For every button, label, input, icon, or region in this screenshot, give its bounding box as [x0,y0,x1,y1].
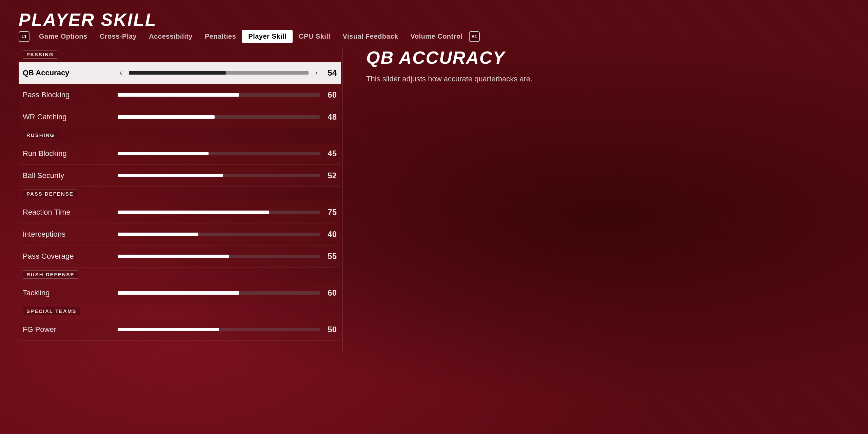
slider-row-qb-accuracy[interactable]: QB Accuracy‹›54 [19,62,341,84]
section-header-special-teams: SPECIAL TEAMS [19,304,341,318]
section-label: PASSING [23,50,57,59]
section-label: PASS DEFENSE [23,190,77,198]
slider-fill [118,211,269,214]
slider-fill [118,174,223,177]
slider-value: 50 [320,325,337,334]
nav-item-visual-feedback[interactable]: Visual Feedback [337,30,405,43]
slider-value: 45 [320,149,337,158]
slider-value: 55 [320,252,337,261]
detail-title: QB ACCURACY [366,47,604,68]
slider-row-run-blocking[interactable]: Run Blocking45 [19,143,341,165]
nav-item-accessibility[interactable]: Accessibility [143,30,199,43]
page-title: PLAYER SKILL [19,9,157,30]
slider-row-reaction-time[interactable]: Reaction Time75 [19,201,341,223]
slider-track [118,211,320,214]
slider-name: FG Power [23,325,118,334]
slider-right-arrow[interactable]: › [313,68,320,77]
slider-track [118,328,320,331]
nav-item-penalties[interactable]: Penalties [199,30,242,43]
slider-fill [118,233,198,236]
slider-name: Pass Coverage [23,252,118,261]
slider-fill [118,328,219,331]
slider-name: Tackling [23,289,118,297]
slider-row-fg-power[interactable]: FG Power50 [19,319,341,341]
slider-name: Pass Blocking [23,91,118,99]
slider-fill [118,93,239,97]
nav-item-cross-play[interactable]: Cross-Play [94,30,143,43]
slider-track [118,291,320,295]
slider-track [118,152,320,155]
slider-row-tackling[interactable]: Tackling60 [19,282,341,304]
nav-bar: L1 Game OptionsCross-PlayAccessibilityPe… [19,30,483,43]
slider-fill [118,115,215,119]
slider-track [118,255,320,258]
panel-divider [342,47,343,353]
slider-value: 52 [320,171,337,180]
sliders-panel: PASSINGQB Accuracy‹›54Pass Blocking60WR … [19,47,341,341]
section-header-passing: PASSING [19,47,341,61]
slider-row-wr-catching[interactable]: WR Catching48 [19,106,341,128]
section-header-rushing: RUSHING [19,128,341,142]
slider-value: 60 [320,288,337,298]
slider-name: QB Accuracy [23,68,118,77]
slider-track [118,233,320,236]
slider-fill [129,71,226,75]
slider-name: WR Catching [23,113,118,121]
slider-left-arrow[interactable]: ‹ [118,68,124,77]
section-header-pass-defense: PASS DEFENSE [19,187,341,201]
nav-item-cpu-skill[interactable]: CPU Skill [293,30,336,43]
section-header-rush-defense: RUSH DEFENSE [19,268,341,281]
slider-fill [118,291,239,295]
slider-value: 75 [320,208,337,217]
slider-value: 40 [320,230,337,239]
section-label: SPECIAL TEAMS [23,307,80,315]
slider-row-pass-blocking[interactable]: Pass Blocking60 [19,84,341,106]
slider-track [118,174,320,177]
slider-fill [118,255,229,258]
slider-name: Run Blocking [23,149,118,158]
slider-value: 48 [320,112,337,122]
nav-item-player-skill[interactable]: Player Skill [242,30,293,43]
slider-name: Interceptions [23,230,118,239]
section-label: RUSHING [23,131,58,139]
slider-row-ball-security[interactable]: Ball Security52 [19,165,341,187]
nav-item-game-options[interactable]: Game Options [33,30,94,43]
slider-fill [118,152,209,155]
slider-track [118,93,320,97]
slider-name: Reaction Time [23,208,118,217]
slider-track [129,71,308,75]
slider-track [118,115,320,119]
right-controller-button[interactable]: R1 [469,31,480,42]
section-label: RUSH DEFENSE [23,270,78,279]
detail-panel: QB ACCURACY This slider adjusts how accu… [366,47,604,84]
left-controller-button[interactable]: L1 [19,31,29,42]
slider-value: 54 [320,68,337,78]
nav-item-volume-control[interactable]: Volume Control [404,30,469,43]
slider-value: 60 [320,90,337,100]
detail-description: This slider adjusts how accurate quarter… [366,73,604,84]
slider-name: Ball Security [23,171,118,180]
slider-row-interceptions[interactable]: Interceptions40 [19,223,341,245]
slider-row-pass-coverage[interactable]: Pass Coverage55 [19,245,341,268]
